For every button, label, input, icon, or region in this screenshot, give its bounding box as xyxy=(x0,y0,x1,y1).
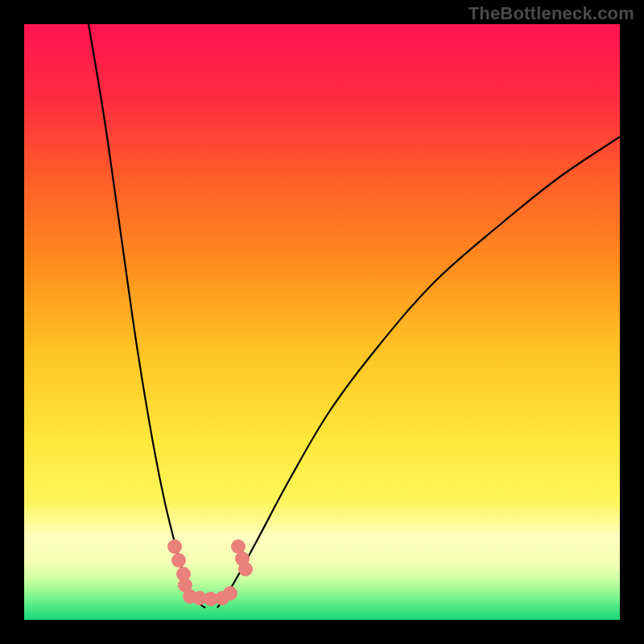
data-marker xyxy=(238,562,253,576)
chart-frame: TheBottleneck.com xyxy=(0,0,644,644)
watermark-text: TheBottleneck.com xyxy=(469,3,634,24)
data-marker xyxy=(167,539,182,554)
right-curve xyxy=(217,137,620,608)
left-curve xyxy=(89,24,205,608)
marker-group xyxy=(167,539,253,606)
curve-layer xyxy=(24,24,620,620)
plot-area xyxy=(24,24,620,620)
data-marker xyxy=(171,553,186,568)
data-marker xyxy=(223,586,237,601)
